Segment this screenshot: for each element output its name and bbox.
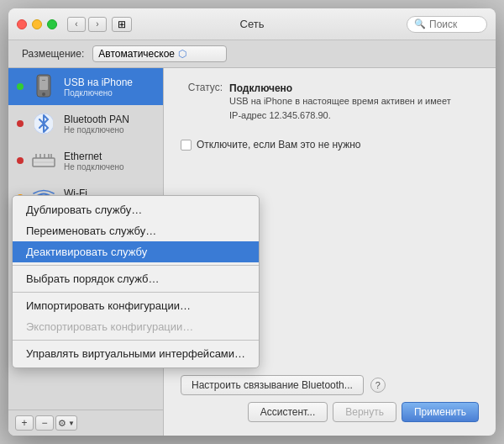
placement-value: Автоматическое xyxy=(98,48,175,60)
remove-network-button[interactable]: − xyxy=(35,415,54,431)
sidebar-item-bluetooth[interactable]: Bluetooth PAN Не подключено xyxy=(8,105,163,142)
gear-arrow-icon: ▼ xyxy=(68,420,75,427)
status-details: Подключено USB на iPhone в настоящее вре… xyxy=(229,82,451,122)
ethernet-name: Ethernet xyxy=(64,151,155,162)
gear-menu-button[interactable]: ⚙ ▼ xyxy=(55,415,77,431)
bluetooth-status: Не подключено xyxy=(64,125,155,135)
status-label: Статус: xyxy=(181,82,223,93)
ctx-separator-3 xyxy=(13,340,259,341)
search-input[interactable] xyxy=(429,18,480,30)
assist-button[interactable]: Ассистент... xyxy=(248,402,328,422)
gear-icon: ⚙ xyxy=(58,418,66,429)
ctx-manage-virtual[interactable]: Управлять виртуальными интерфейсами… xyxy=(13,343,259,364)
forward-button[interactable]: › xyxy=(88,17,107,32)
action-btn-row: Ассистент... Вернуть Применить xyxy=(181,402,479,422)
svg-rect-1 xyxy=(39,77,48,90)
window-title: Сеть xyxy=(240,18,265,30)
search-icon: 🔍 xyxy=(414,18,426,29)
ctx-rename[interactable]: Переименовать службу… xyxy=(13,220,259,241)
content: USB на iPhone Подключено Bluetooth PA xyxy=(8,68,496,436)
status-row: Статус: Подключено USB на iPhone в насто… xyxy=(181,82,479,122)
ctx-reorder[interactable]: Выбрать порядок служб… xyxy=(13,268,259,289)
bluetooth-setup-button[interactable]: Настроить связывание Bluetooth... xyxy=(181,375,364,395)
ctx-import[interactable]: Импортировать конфигурации… xyxy=(13,295,259,316)
sidebar-item-usb[interactable]: USB на iPhone Подключено xyxy=(8,68,163,105)
search-box[interactable]: 🔍 xyxy=(407,16,487,33)
sidebar-item-ethernet[interactable]: Ethernet Не подключено xyxy=(8,142,163,179)
context-menu: Дублировать службу… Переименовать службу… xyxy=(12,195,260,368)
ctx-export: Экспортировать конфигурации… xyxy=(13,316,259,337)
nav-buttons: ‹ › xyxy=(67,17,107,32)
checkbox-row: Отключите, если Вам это не нужно xyxy=(181,139,479,151)
toolbar: Размещение: Автоматическое ⬡ xyxy=(8,40,496,68)
disable-checkbox[interactable] xyxy=(181,140,192,151)
ctx-deactivate[interactable]: Деактивировать службу xyxy=(13,241,259,262)
status-desc: USB на iPhone в настоящее время активен … xyxy=(229,94,451,122)
bluetooth-info: Bluetooth PAN Не подключено xyxy=(64,114,155,135)
placement-select[interactable]: Автоматическое ⬡ xyxy=(92,45,227,62)
usb-info: USB на iPhone Подключено xyxy=(64,77,155,98)
add-network-button[interactable]: + xyxy=(15,415,34,431)
sidebar-bottom: + − ⚙ ▼ xyxy=(8,410,163,436)
usb-name: USB на iPhone xyxy=(64,77,155,88)
ctx-duplicate[interactable]: Дублировать службу… xyxy=(13,199,259,220)
bluetooth-btn-row: Настроить связывание Bluetooth... ? xyxy=(181,375,479,395)
traffic-lights xyxy=(17,19,57,29)
usb-status: Подключено xyxy=(64,88,155,98)
grid-button[interactable]: ⊞ xyxy=(112,17,132,32)
ctx-separator-2 xyxy=(13,292,259,293)
ethernet-status-dot xyxy=(17,157,24,164)
bottom-row: Настроить связывание Bluetooth... ? Асси… xyxy=(181,375,479,422)
titlebar: ‹ › ⊞ Сеть 🔍 xyxy=(8,8,496,40)
revert-button: Вернуть xyxy=(333,402,396,422)
status-value: Подключено xyxy=(229,82,292,94)
ctx-separator-1 xyxy=(13,265,259,266)
bluetooth-name: Bluetooth PAN xyxy=(64,114,155,125)
placement-label: Размещение: xyxy=(22,48,84,60)
apply-button[interactable]: Применить xyxy=(402,402,479,422)
maximize-button[interactable] xyxy=(47,19,57,29)
window: ‹ › ⊞ Сеть 🔍 Размещение: Автоматическое … xyxy=(8,8,496,436)
back-button[interactable]: ‹ xyxy=(67,17,86,32)
ethernet-status: Не подключено xyxy=(64,162,155,172)
usb-icon xyxy=(30,73,57,100)
close-button[interactable] xyxy=(17,19,27,29)
help-button[interactable]: ? xyxy=(370,378,386,393)
svg-rect-3 xyxy=(42,80,45,81)
placement-arrow-icon: ⬡ xyxy=(178,48,221,60)
bluetooth-icon xyxy=(30,110,57,137)
disable-label: Отключите, если Вам это не нужно xyxy=(197,139,361,151)
sidebar: USB на iPhone Подключено Bluetooth PA xyxy=(8,68,164,436)
bluetooth-status-dot xyxy=(17,120,24,127)
ethernet-icon xyxy=(30,147,57,174)
svg-point-2 xyxy=(42,92,45,96)
ethernet-info: Ethernet Не подключено xyxy=(64,151,155,172)
usb-status-dot xyxy=(17,83,24,90)
minimize-button[interactable] xyxy=(32,19,42,29)
